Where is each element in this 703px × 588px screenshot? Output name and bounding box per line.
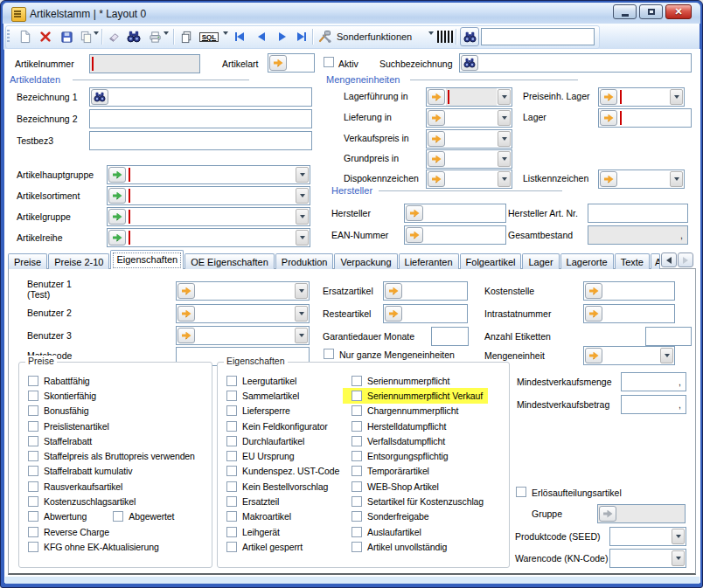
tab[interactable]: Verpackung [334,253,397,269]
lagerfuehrung-field[interactable] [446,88,497,106]
produktcode-seed-field[interactable] [610,528,671,545]
lookup-arrow-button[interactable] [269,55,287,71]
tab[interactable]: Lieferanten [399,253,459,269]
artikelreihe-field[interactable] [127,229,295,246]
mindestverkaufsmenge-field[interactable]: , [621,372,686,391]
mindestverkaufsbetrag-field[interactable]: , [621,395,686,414]
benutzer2-field[interactable] [196,305,294,322]
checkbox[interactable] [352,376,362,386]
sonderfunktionen-label[interactable]: Sonderfunktionen [337,31,412,42]
checkbox[interactable] [28,466,38,476]
checkbox[interactable] [28,405,38,416]
lieferung-field[interactable] [446,109,497,127]
dropdown-button[interactable] [295,283,308,299]
checkbox[interactable] [28,527,38,537]
checkbox[interactable] [352,542,362,552]
tab[interactable]: Folgeartikel [460,253,522,269]
checkbox[interactable] [226,436,237,446]
special-functions-button[interactable] [316,29,333,45]
dropdown-button[interactable] [672,550,685,566]
ean-field[interactable] [424,226,505,244]
lookup-arrow-button[interactable] [177,283,195,299]
lookup-arrow-button[interactable] [600,110,617,126]
checkbox[interactable] [226,496,237,507]
previous-record-button[interactable] [253,29,270,45]
checkbox[interactable] [226,511,237,522]
checkbox[interactable] [226,466,237,476]
dropdown-button[interactable] [498,89,511,105]
tab[interactable]: Texte [615,253,650,269]
next-record-button[interactable] [274,29,291,45]
suchbezeichnung-field[interactable] [479,54,691,72]
garantiedauer-field[interactable] [431,327,469,346]
last-record-button[interactable] [293,29,310,45]
checkbox[interactable] [352,405,362,416]
dropdown-button[interactable] [660,348,673,363]
lookup-arrow-button[interactable] [428,131,445,147]
checkbox[interactable] [226,405,237,416]
artikelgruppe-field[interactable] [127,208,295,225]
checkbox[interactable] [226,481,237,492]
anzahl-etiketten-field[interactable] [645,327,692,346]
title-bar[interactable]: Artikelstamm | * Layout 0 [3,3,700,24]
mengeneinheit-field[interactable] [603,347,659,364]
tab[interactable]: OE Eigenschaften [184,253,275,269]
artikelart-field[interactable] [288,54,314,72]
checkbox[interactable] [28,451,38,461]
checkbox[interactable] [28,376,38,386]
checkbox[interactable] [28,496,38,507]
preiseinh-lager-field[interactable] [618,88,669,106]
tab[interactable]: Lagerorte [560,253,614,269]
lookup-arrow-button[interactable] [108,209,126,225]
dropdown-button[interactable] [670,171,683,187]
checkbox[interactable] [352,496,362,507]
grundpreis-field[interactable] [446,150,497,168]
dropdown-button[interactable] [295,328,308,343]
artikelsortiment-field[interactable] [127,187,295,204]
maximize-button[interactable] [639,4,663,19]
tab[interactable]: Lager [522,253,559,269]
tab[interactable]: A [651,253,660,269]
lookup-arrow-button[interactable] [428,110,445,126]
bezeichnung2-field[interactable] [89,109,312,128]
checkbox[interactable] [352,527,362,537]
dropdown-button[interactable] [498,110,511,126]
lager-field[interactable] [618,109,691,127]
lookup-arrow-button[interactable] [385,306,402,322]
hersteller-artnr-field[interactable] [588,204,688,223]
checkbox[interactable] [28,511,38,522]
nur-ganze-mengeneinheiten-checkbox[interactable] [324,349,334,359]
checkbox[interactable] [352,466,362,476]
save-button[interactable] [58,29,75,45]
checkbox[interactable] [226,451,237,461]
tab-scroll-right-button[interactable] [678,252,693,267]
resteartikel-field[interactable] [403,305,467,322]
lookup-arrow-button[interactable] [428,171,445,187]
lookup-arrow-button[interactable] [406,227,423,243]
lookup-arrow-button[interactable] [428,151,445,167]
bezeichnung1-field[interactable] [109,88,311,106]
quick-search-button[interactable] [460,27,479,46]
verkaufspreis-field[interactable] [446,130,497,148]
lookup-arrow-button[interactable] [600,171,617,187]
dropdown-button[interactable] [295,306,308,322]
tab[interactable]: Produktion [275,253,334,269]
intrastatnummer-field[interactable] [603,305,674,322]
erloesaufteilungsartikel-checkbox[interactable] [516,487,526,497]
bezeichnung1-search-button[interactable] [91,89,108,105]
toolbar-grip[interactable] [7,30,10,44]
tab[interactable]: Eigenschaften [110,250,184,269]
dropdown-button[interactable] [296,188,309,204]
listkennzeichen-field[interactable] [618,170,669,188]
warencode-kn-field[interactable] [610,550,671,567]
dropdown-button[interactable] [498,171,511,187]
barcode-icon[interactable] [437,31,453,43]
checkbox[interactable] [226,421,237,432]
quick-search-input[interactable] [481,28,595,45]
lookup-arrow-button[interactable] [585,348,602,363]
lookup-arrow-button[interactable] [385,283,402,299]
tab[interactable]: Preise [8,253,47,269]
checkbox[interactable] [113,511,123,522]
print-button[interactable] [146,29,164,45]
sql-button[interactable]: SQL [197,29,221,45]
